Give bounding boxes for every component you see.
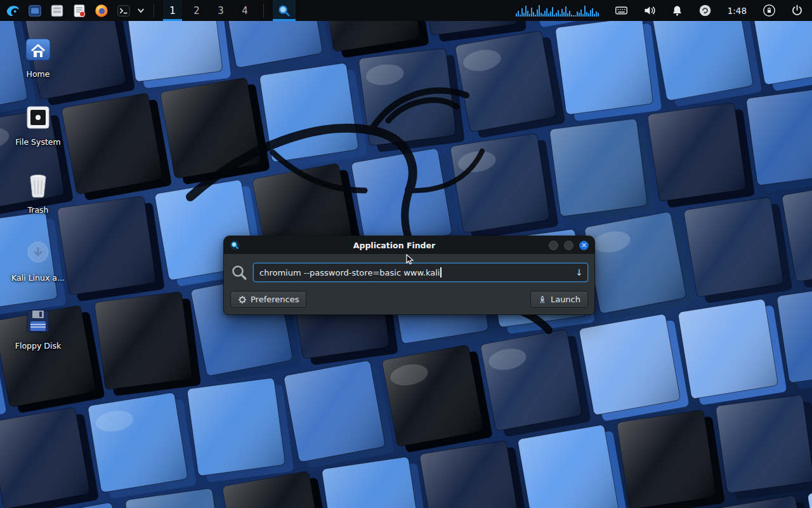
audio-visualizer[interactable] [516,3,599,19]
top-panel: 1 2 3 4 [0,0,812,21]
history-dropdown-icon[interactable]: ↓ [575,267,583,277]
logout-button[interactable] [789,3,804,18]
window-icon [27,3,43,18]
desktop: 1 2 3 4 [0,0,812,508]
titlebar[interactable]: Application Finder ✕ [224,236,594,254]
desktop-icon-floppy-disk[interactable]: Floppy Disk [6,306,70,351]
workspace-1[interactable]: 1 [163,0,182,21]
kali-logo-icon [5,3,20,18]
desktop-icon-trash[interactable]: Trash [6,170,70,215]
chevron-down-icon [137,1,145,20]
desktop-icon-label: Kali Linux a... [11,273,65,283]
panel-separator [154,4,154,18]
desktop-icon-label: Trash [27,205,48,215]
close-button[interactable]: ✕ [579,241,589,250]
text-editor-icon [72,3,87,18]
window-title: Application Finder [244,241,545,250]
maximize-button[interactable] [564,241,573,250]
appfinder-taskbar-icon [277,3,292,18]
terminal-launcher[interactable] [115,2,132,19]
mouse-cursor [403,253,416,265]
file-manager-icon [49,3,65,18]
floppy-disk-icon [23,306,53,337]
taskbar-appfinder-window[interactable] [273,0,296,21]
gear-icon [238,295,247,304]
text-editor-launcher[interactable] [70,2,88,19]
panel-separator [263,4,264,18]
workspace-3[interactable]: 3 [211,0,230,21]
application-finder-window: Application Finder ✕ chromium --password… [223,236,595,315]
desktop-icon-label: Home [27,69,50,79]
volume-control[interactable] [642,3,657,18]
minimize-button[interactable] [549,241,558,250]
trash-icon [23,170,53,201]
desktop-icon-label: File System [15,137,61,147]
search-icon [230,264,248,281]
notifications[interactable] [670,3,685,18]
window-switcher-launcher[interactable] [26,2,43,19]
window-buttons: ✕ [549,241,589,250]
appfinder-icon [230,240,240,250]
screen-lock[interactable] [761,3,776,18]
home-folder-icon [23,34,53,65]
desktop-icon-label: Floppy Disk [15,341,61,351]
preferences-button[interactable]: Preferences [230,291,306,308]
firefox-icon [94,3,109,18]
command-text: chromium --password-store=basic www.kali [259,268,440,277]
workspace-4[interactable]: 4 [235,0,254,21]
terminal-dropdown[interactable] [137,2,145,19]
launch-button[interactable]: Launch [530,291,588,308]
launch-label: Launch [551,295,580,304]
preferences-label: Preferences [251,295,299,304]
clock[interactable]: 1:48 [728,6,747,16]
desktop-icon-home[interactable]: Home [6,34,70,79]
desktop-icon-kali-linux[interactable]: Kali Linux a... [6,238,70,283]
speaker-icon [643,4,656,17]
workspace-2[interactable]: 2 [187,0,206,21]
power-icon [790,4,804,17]
file-system-icon [23,102,53,133]
bell-icon [671,4,684,17]
kali-disk-icon [23,238,53,269]
update-indicator[interactable] [698,3,713,18]
text-caret [440,267,442,277]
kali-menu-button[interactable] [4,2,21,19]
command-input[interactable]: chromium --password-store=basic www.kali… [253,263,588,282]
file-manager-launcher[interactable] [48,2,65,19]
lock-icon [763,4,776,17]
terminal-icon [116,3,131,18]
update-icon [698,4,712,17]
keyboard-icon [615,4,628,17]
desktop-icon-file-system[interactable]: File System [6,102,70,147]
firefox-launcher[interactable] [93,2,110,19]
launch-icon [538,295,547,304]
keyboard-indicator[interactable] [614,3,629,18]
